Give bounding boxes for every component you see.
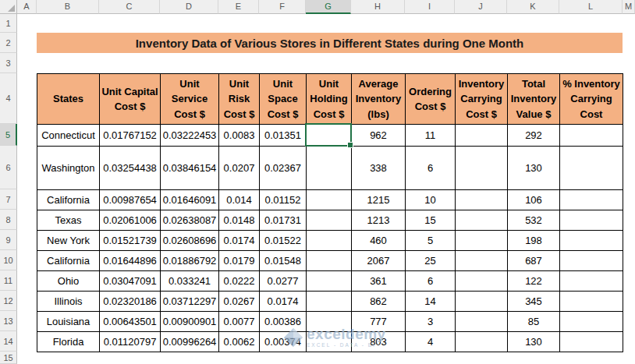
cell-F6[interactable]: 0.02367 bbox=[260, 147, 307, 190]
header-cell-E4[interactable]: Unit Risk Cost $ bbox=[219, 74, 260, 125]
row-header-11[interactable]: 11 bbox=[0, 270, 17, 291]
column-header-M[interactable]: M bbox=[623, 0, 635, 14]
row-header-12[interactable]: 12 bbox=[0, 291, 17, 311]
row-header-9[interactable]: 9 bbox=[0, 230, 17, 250]
header-cell-J4[interactable]: Inventory Carrying Cost $ bbox=[456, 74, 508, 125]
row-header-8[interactable]: 8 bbox=[0, 210, 17, 230]
cell-C9[interactable]: 0.01521739 bbox=[100, 231, 161, 251]
row-header-6[interactable]: 6 bbox=[0, 146, 17, 189]
fill-handle[interactable] bbox=[347, 142, 353, 148]
column-header-H[interactable]: H bbox=[351, 0, 405, 14]
cell-L5[interactable] bbox=[560, 125, 623, 147]
cell-G10[interactable] bbox=[307, 251, 352, 271]
cell-E12[interactable]: 0.0267 bbox=[219, 292, 260, 312]
cell-I13[interactable]: 3 bbox=[406, 312, 456, 332]
cell-E13[interactable]: 0.0077 bbox=[219, 312, 260, 332]
cell-K13[interactable]: 85 bbox=[508, 312, 560, 332]
cell-I12[interactable]: 14 bbox=[406, 292, 456, 312]
cell-C13[interactable]: 0.00643501 bbox=[100, 312, 161, 332]
header-cell-F4[interactable]: Unit Space Cost $ bbox=[260, 74, 307, 125]
cell-H5[interactable]: 962 bbox=[352, 125, 406, 147]
cell-E9[interactable]: 0.0174 bbox=[219, 231, 260, 251]
cell-B11[interactable]: Ohio bbox=[37, 271, 100, 292]
row-header-2[interactable]: 2 bbox=[0, 33, 17, 53]
cell-K8[interactable]: 532 bbox=[508, 210, 560, 231]
cell-I5[interactable]: 11 bbox=[406, 125, 456, 147]
header-cell-B4[interactable]: States bbox=[37, 74, 100, 125]
column-header-L[interactable]: L bbox=[559, 0, 623, 14]
row-header-10[interactable]: 10 bbox=[0, 250, 17, 270]
row-header-4[interactable]: 4 bbox=[0, 73, 17, 124]
cell-B10[interactable]: California bbox=[37, 251, 100, 271]
cell-I9[interactable]: 5 bbox=[406, 231, 456, 251]
cell-J11[interactable] bbox=[456, 271, 508, 292]
column-header-I[interactable]: I bbox=[405, 0, 455, 14]
cell-G13[interactable] bbox=[307, 312, 352, 332]
cell-D9[interactable]: 0.02608696 bbox=[161, 231, 219, 251]
header-cell-D4[interactable]: Unit Service Cost $ bbox=[161, 74, 219, 125]
cell-G6[interactable] bbox=[307, 147, 352, 190]
cell-E5[interactable]: 0.0083 bbox=[219, 125, 260, 147]
cell-G14[interactable] bbox=[307, 332, 352, 352]
column-header-K[interactable]: K bbox=[507, 0, 559, 14]
column-header-E[interactable]: E bbox=[218, 0, 259, 14]
cell-L6[interactable] bbox=[560, 147, 623, 190]
cell-H10[interactable]: 2067 bbox=[352, 251, 406, 271]
cell-J12[interactable] bbox=[456, 292, 508, 312]
cell-F10[interactable]: 0.01548 bbox=[260, 251, 307, 271]
cell-F12[interactable]: 0.0174 bbox=[260, 292, 307, 312]
cell-C11[interactable]: 0.03047091 bbox=[100, 271, 161, 292]
cell-C7[interactable]: 0.00987654 bbox=[100, 190, 161, 210]
cell-I8[interactable]: 15 bbox=[406, 210, 456, 231]
cell-B13[interactable]: Louisiana bbox=[37, 312, 100, 332]
cell-B8[interactable]: Texas bbox=[37, 210, 100, 231]
cell-H14[interactable]: 803 bbox=[352, 332, 406, 352]
cell-B7[interactable]: California bbox=[37, 190, 100, 210]
cell-L12[interactable] bbox=[560, 292, 623, 312]
row-header-13[interactable]: 13 bbox=[0, 311, 17, 331]
cell-L10[interactable] bbox=[560, 251, 623, 271]
column-header-J[interactable]: J bbox=[455, 0, 507, 14]
cell-D10[interactable]: 0.01886792 bbox=[161, 251, 219, 271]
cell-G12[interactable] bbox=[307, 292, 352, 312]
cell-H8[interactable]: 1213 bbox=[352, 210, 406, 231]
cell-J8[interactable] bbox=[456, 210, 508, 231]
cell-H6[interactable]: 338 bbox=[352, 147, 406, 190]
cell-E10[interactable]: 0.0179 bbox=[219, 251, 260, 271]
cell-E8[interactable]: 0.0148 bbox=[219, 210, 260, 231]
cell-K6[interactable]: 130 bbox=[508, 147, 560, 190]
cell-E6[interactable]: 0.0207 bbox=[219, 147, 260, 190]
cell-G11[interactable] bbox=[307, 271, 352, 292]
row-header-1[interactable]: 1 bbox=[0, 14, 17, 33]
cell-J9[interactable] bbox=[456, 231, 508, 251]
column-header-D[interactable]: D bbox=[160, 0, 218, 14]
column-header-C[interactable]: C bbox=[99, 0, 160, 14]
cell-H7[interactable]: 1215 bbox=[352, 190, 406, 210]
cell-E14[interactable]: 0.0062 bbox=[219, 332, 260, 352]
cell-K5[interactable]: 292 bbox=[508, 125, 560, 147]
column-header-A[interactable]: A bbox=[17, 0, 37, 14]
cell-F9[interactable]: 0.01522 bbox=[260, 231, 307, 251]
cell-H9[interactable]: 460 bbox=[352, 231, 406, 251]
cell-D13[interactable]: 0.00900901 bbox=[161, 312, 219, 332]
selected-cell-outline[interactable] bbox=[305, 123, 352, 147]
cell-D6[interactable]: 0.03846154 bbox=[161, 147, 219, 190]
column-header-F[interactable]: F bbox=[259, 0, 306, 14]
cell-I7[interactable]: 10 bbox=[406, 190, 456, 210]
cell-G8[interactable] bbox=[307, 210, 352, 231]
cell-D12[interactable]: 0.03712297 bbox=[161, 292, 219, 312]
cell-G7[interactable] bbox=[307, 190, 352, 210]
row-header-7[interactable]: 7 bbox=[0, 189, 17, 210]
cell-J10[interactable] bbox=[456, 251, 508, 271]
cell-F11[interactable]: 0.0277 bbox=[260, 271, 307, 292]
row-header-3[interactable]: 3 bbox=[0, 53, 17, 73]
cell-K14[interactable]: 130 bbox=[508, 332, 560, 352]
cell-L13[interactable] bbox=[560, 312, 623, 332]
cell-H12[interactable]: 862 bbox=[352, 292, 406, 312]
cell-E11[interactable]: 0.0222 bbox=[219, 271, 260, 292]
cell-H11[interactable]: 361 bbox=[352, 271, 406, 292]
cell-I6[interactable]: 6 bbox=[406, 147, 456, 190]
cell-B12[interactable]: Illinois bbox=[37, 292, 100, 312]
cell-I11[interactable]: 6 bbox=[406, 271, 456, 292]
cell-D14[interactable]: 0.00996264 bbox=[161, 332, 219, 352]
